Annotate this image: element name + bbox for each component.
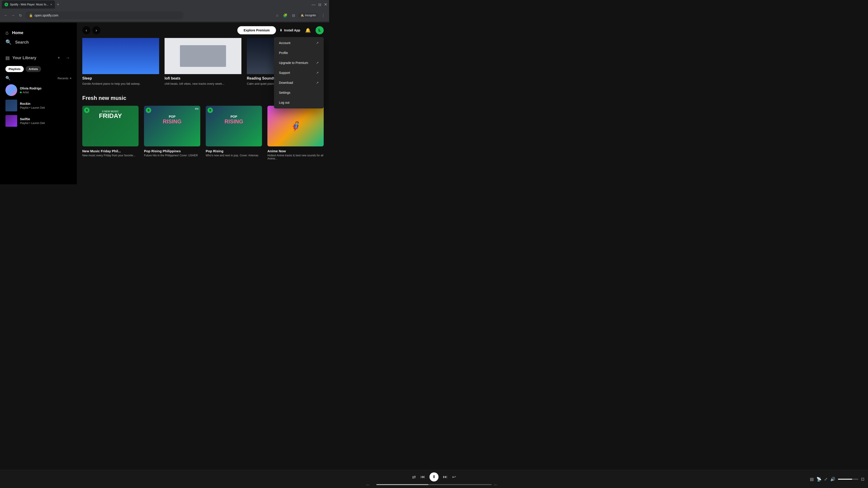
logout-label: Log out (279, 101, 289, 104)
pop-ph-playlist-card[interactable]: S PH POP RISING Pop Rising Philippines F… (144, 106, 200, 160)
friday-playlist-image: S 0 NEW MUSIC FRIDAY (82, 106, 138, 147)
support-label: Support (279, 71, 290, 74)
fresh-cards-row: S 0 NEW MUSIC FRIDAY New Music Friday Ph… (82, 106, 324, 160)
item-info: Olivia Rodrigo Artist (20, 87, 71, 94)
playlists-filter-chip[interactable]: Playlists (5, 66, 24, 72)
tab-favicon: S (4, 3, 8, 6)
address-text: open.spotify.com (35, 13, 58, 17)
sidebar: ⌂ Home 🔍 Search ▤ Your Library + → Pl (0, 23, 77, 184)
tab-close-button[interactable]: × (51, 3, 52, 6)
item-info: Rockin Playlist • Lauren Deli (20, 102, 71, 109)
download-label: Download (279, 81, 293, 85)
refresh-button[interactable]: ↻ (17, 12, 24, 19)
anime-playlist-card[interactable]: 🦸 Anime Now Hottest Anime tracks & best … (268, 106, 324, 160)
home-icon: ⌂ (5, 30, 8, 36)
sleep-card-title: Sleep (82, 76, 159, 80)
close-button[interactable]: ✕ (324, 2, 327, 7)
anime-playlist-desc: Hottest Anime tracks & best new sounds f… (268, 154, 324, 160)
external-link-icon: ↗ (316, 81, 319, 85)
logout-menu-item[interactable]: Log out (275, 98, 323, 107)
user-avatar-button[interactable]: L (315, 26, 324, 34)
pop-playlist-card[interactable]: S POP RISING Pop Rising Who's now and ne… (206, 106, 262, 160)
list-item[interactable]: Olivia Rodrigo Artist (4, 83, 73, 98)
pop-playlist-image: S POP RISING (206, 106, 262, 147)
friday-playlist-card[interactable]: S 0 NEW MUSIC FRIDAY New Music Friday Ph… (82, 106, 138, 160)
incognito-label: Incognito (305, 14, 316, 17)
item-name: Swiftie (20, 117, 71, 121)
upgrade-label: Upgrade to Premium (279, 61, 308, 65)
expand-library-button[interactable]: → (64, 54, 71, 61)
library-title: Your Library (12, 56, 36, 60)
pop-ph-playlist-title: Pop Rising Philippines (144, 149, 200, 153)
add-library-button[interactable]: + (55, 54, 62, 61)
account-menu-item[interactable]: Account ↗ (275, 38, 323, 48)
minimize-button[interactable]: — (311, 2, 315, 7)
spotify-badge: S (146, 107, 151, 113)
install-app-button[interactable]: ⬇ Install App (280, 29, 300, 32)
anime-playlist-image: 🦸 (268, 106, 324, 147)
back-arrow-button[interactable]: ‹ (82, 26, 90, 34)
back-button[interactable]: ← (3, 12, 9, 19)
forward-arrow-button[interactable]: › (92, 26, 100, 34)
nav-arrows: ← → ↻ (3, 12, 24, 19)
playlist-avatar (5, 100, 17, 111)
sleep-card[interactable]: Sleep Gentle Ambient piano to help you f… (82, 38, 159, 86)
main-nav-arrows: ‹ › (82, 26, 100, 34)
header-actions: Explore Premium ⬇ Install App 🔔 L (237, 26, 324, 34)
verified-dot (20, 92, 22, 93)
recents-sort[interactable]: Recents ≡ (58, 76, 71, 80)
library-search-icon[interactable]: 🔍 (5, 76, 10, 80)
search-icon: 🔍 (5, 39, 11, 45)
sidebar-nav: ⌂ Home 🔍 Search (2, 26, 75, 49)
external-link-icon: ↗ (316, 61, 319, 65)
extensions-button[interactable]: 🧩 (282, 12, 288, 19)
menu-button[interactable]: ⋮ (320, 12, 327, 19)
item-name: Olivia Rodrigo (20, 87, 71, 90)
sort-icon: ≡ (70, 76, 71, 80)
browser-chrome: S Spotify - Web Player: Music fo... × + … (0, 0, 329, 23)
recents-label: Recents (58, 76, 68, 80)
library-icon: ▤ (5, 55, 10, 61)
profile-menu-item[interactable]: Profile (275, 48, 323, 58)
browser-actions: ☆ 🧩 ⊟ 🕵️ Incognito ⋮ (274, 12, 327, 19)
friday-playlist-title: New Music Friday Phil... (82, 149, 138, 153)
incognito-badge: 🕵️ Incognito (298, 13, 318, 18)
filter-chips: Playlists Artists (2, 65, 75, 75)
notifications-button[interactable]: 🔔 (304, 26, 312, 34)
home-label: Home (12, 31, 23, 35)
item-sub: Playlist • Lauren Deli (20, 106, 71, 109)
maximize-button[interactable]: ⊟ (318, 2, 321, 7)
settings-label: Settings (279, 91, 290, 94)
item-info: Swiftie Playlist • Lauren Deli (20, 117, 71, 125)
active-tab[interactable]: S Spotify - Web Player: Music fo... × (2, 0, 55, 8)
search-nav-item[interactable]: 🔍 Search (5, 37, 71, 47)
explore-premium-button[interactable]: Explore Premium (237, 26, 276, 34)
external-link-icon: ↗ (316, 71, 319, 74)
home-nav-item[interactable]: ⌂ Home (5, 28, 71, 37)
bookmark-button[interactable]: ☆ (274, 12, 280, 19)
playlist-avatar (5, 115, 17, 127)
profile-button[interactable]: ⊟ (290, 12, 297, 19)
forward-button[interactable]: → (10, 12, 16, 19)
list-item[interactable]: Swiftie Playlist • Lauren Deli (4, 113, 73, 129)
address-bar[interactable]: 🔒 open.spotify.com (25, 11, 184, 20)
settings-menu-item[interactable]: Settings (275, 88, 323, 98)
new-tab-button[interactable]: + (55, 1, 61, 8)
library-section: ▤ Your Library + → Playlists Artists 🔍 R… (2, 53, 75, 181)
upgrade-menu-item[interactable]: Upgrade to Premium ↗ (275, 58, 323, 68)
library-items: Olivia Rodrigo Artist Rockin Playlist • … (2, 83, 75, 129)
list-item[interactable]: Rockin Playlist • Lauren Deli (4, 98, 73, 113)
support-menu-item[interactable]: Support ↗ (275, 68, 323, 78)
artists-filter-chip[interactable]: Artists (26, 66, 41, 72)
profile-label: Profile (279, 51, 288, 55)
incognito-icon: 🕵️ (301, 14, 304, 17)
download-menu-item[interactable]: Download ↗ (275, 78, 323, 88)
library-title-group: ▤ Your Library (5, 55, 36, 61)
search-label: Search (15, 40, 29, 45)
lofi-card[interactable]: lofi beats chill beats, lofi vibes, new … (164, 38, 241, 86)
ph-badge: PH (195, 107, 198, 110)
sleep-card-desc: Gentle Ambient piano to help you fall as… (82, 82, 159, 86)
browser-tabs: S Spotify - Web Player: Music fo... × + … (0, 0, 329, 9)
item-sub: Artist (20, 91, 71, 94)
lofi-card-desc: chill beats, lofi vibes, new tracks ever… (164, 82, 241, 86)
